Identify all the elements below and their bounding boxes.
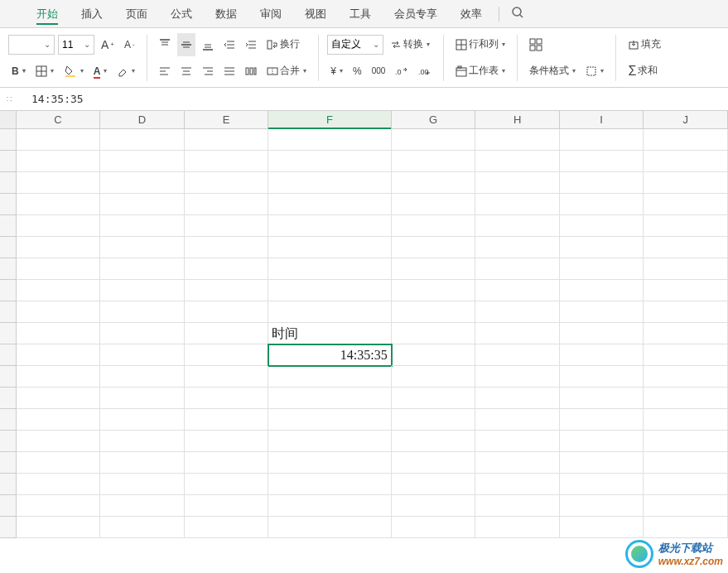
- cell[interactable]: [268, 194, 391, 215]
- cell[interactable]: [560, 495, 644, 517]
- row-header[interactable]: [0, 172, 17, 194]
- row-header[interactable]: [0, 474, 17, 495]
- percent-button[interactable]: %: [350, 60, 365, 83]
- cell[interactable]: [17, 151, 101, 172]
- bold-button[interactable]: B: [8, 60, 29, 83]
- decrease-decimal-button[interactable]: .00: [415, 60, 435, 83]
- cell[interactable]: [560, 301, 644, 323]
- cell[interactable]: [644, 409, 728, 431]
- align-bottom-button[interactable]: [199, 33, 217, 56]
- cell[interactable]: [17, 474, 101, 495]
- cell[interactable]: [392, 474, 476, 495]
- cell[interactable]: [17, 431, 101, 452]
- cell[interactable]: [185, 452, 269, 474]
- font-color-button[interactable]: A: [90, 60, 111, 83]
- align-top-button[interactable]: [156, 33, 174, 56]
- cell[interactable]: [100, 280, 185, 301]
- cell[interactable]: [185, 495, 269, 517]
- cell[interactable]: [100, 301, 185, 323]
- cell[interactable]: [475, 388, 560, 409]
- cell[interactable]: [644, 388, 728, 409]
- wrap-text-button[interactable]: 换行: [263, 33, 303, 56]
- cell[interactable]: [100, 388, 185, 409]
- cell[interactable]: [17, 280, 101, 301]
- cell[interactable]: [475, 172, 560, 194]
- cell[interactable]: [475, 409, 560, 431]
- cell[interactable]: [644, 280, 728, 301]
- cell[interactable]: [475, 452, 560, 474]
- cell[interactable]: [560, 323, 644, 344]
- cell[interactable]: [560, 366, 644, 388]
- cell[interactable]: [268, 151, 391, 172]
- cell[interactable]: [17, 388, 101, 409]
- cell[interactable]: [185, 431, 269, 452]
- cell[interactable]: [392, 388, 476, 409]
- row-header[interactable]: [0, 495, 17, 517]
- cell[interactable]: [268, 495, 391, 517]
- menu-data[interactable]: 数据: [204, 0, 248, 28]
- cell[interactable]: [475, 258, 560, 280]
- cell[interactable]: [560, 215, 644, 237]
- cell[interactable]: [268, 431, 391, 452]
- eraser-button[interactable]: [113, 60, 138, 83]
- align-center-button[interactable]: [177, 60, 195, 83]
- cell[interactable]: [392, 237, 476, 258]
- cell[interactable]: [392, 366, 476, 388]
- cell[interactable]: [475, 194, 560, 215]
- cell[interactable]: [17, 344, 101, 366]
- menu-insert[interactable]: 插入: [70, 0, 114, 28]
- row-header[interactable]: [0, 517, 17, 538]
- cell[interactable]: [185, 388, 269, 409]
- cell-f12-selected[interactable]: 14:35:35: [268, 344, 391, 366]
- cell[interactable]: [392, 517, 476, 538]
- thousands-button[interactable]: 000: [369, 60, 389, 83]
- col-header-c[interactable]: C: [17, 111, 101, 128]
- convert-button[interactable]: 转换: [387, 33, 433, 56]
- cell[interactable]: [100, 517, 185, 538]
- cell[interactable]: [100, 431, 185, 452]
- cell[interactable]: [475, 280, 560, 301]
- cell[interactable]: [392, 323, 476, 344]
- row-header[interactable]: [0, 194, 17, 215]
- cell[interactable]: [475, 129, 560, 151]
- cell[interactable]: [560, 452, 644, 474]
- cell[interactable]: [560, 280, 644, 301]
- row-header[interactable]: [0, 388, 17, 409]
- cell[interactable]: [392, 409, 476, 431]
- row-header[interactable]: [0, 258, 17, 280]
- cell[interactable]: [644, 517, 728, 538]
- cell[interactable]: [17, 172, 101, 194]
- cell[interactable]: [644, 129, 728, 151]
- cell[interactable]: [100, 344, 185, 366]
- row-header[interactable]: [0, 237, 17, 258]
- cell[interactable]: [185, 129, 269, 151]
- cell[interactable]: [17, 452, 101, 474]
- row-header[interactable]: [0, 280, 17, 301]
- cell[interactable]: [392, 431, 476, 452]
- cell[interactable]: [268, 452, 391, 474]
- cell[interactable]: [268, 215, 391, 237]
- cell-f11[interactable]: 时间: [268, 323, 391, 344]
- cell[interactable]: [644, 474, 728, 495]
- justify-button[interactable]: [220, 60, 239, 83]
- row-header[interactable]: [0, 431, 17, 452]
- font-family-select[interactable]: ⌄: [8, 35, 55, 55]
- align-middle-button[interactable]: [177, 33, 195, 56]
- cell[interactable]: [17, 495, 101, 517]
- cell[interactable]: [475, 431, 560, 452]
- col-header-h[interactable]: H: [475, 111, 560, 128]
- cell[interactable]: [644, 237, 728, 258]
- cell[interactable]: [268, 237, 391, 258]
- cell[interactable]: [268, 301, 391, 323]
- worksheet-button[interactable]: 工作表: [452, 60, 509, 83]
- cell[interactable]: [185, 301, 269, 323]
- menu-formula[interactable]: 公式: [159, 0, 204, 28]
- cell[interactable]: [268, 388, 391, 409]
- cell[interactable]: [185, 344, 269, 366]
- cell[interactable]: [100, 495, 185, 517]
- cell[interactable]: [185, 366, 269, 388]
- cell[interactable]: [392, 301, 476, 323]
- cell[interactable]: [644, 258, 728, 280]
- row-header[interactable]: [0, 366, 17, 388]
- cell[interactable]: [644, 172, 728, 194]
